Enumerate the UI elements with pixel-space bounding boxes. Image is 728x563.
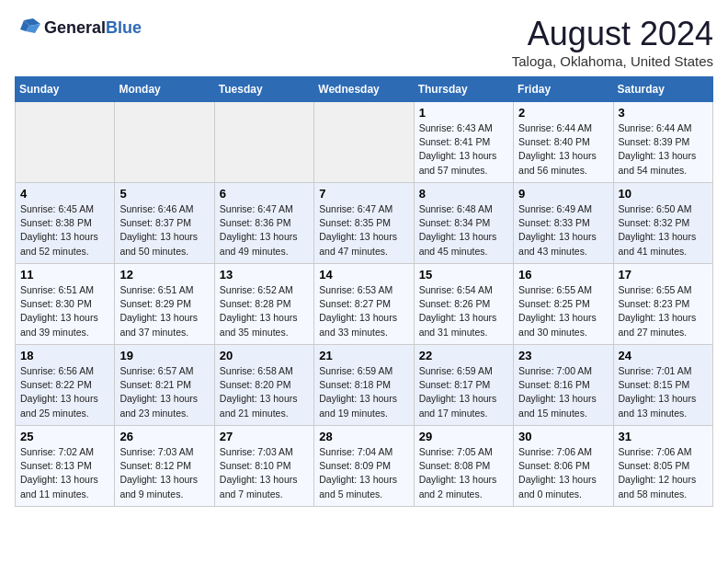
calendar-cell: 13Sunrise: 6:52 AMSunset: 8:28 PMDayligh… <box>214 264 313 345</box>
day-info: Sunrise: 7:02 AMSunset: 8:13 PMDaylight:… <box>20 445 109 501</box>
day-info: Sunrise: 6:43 AMSunset: 8:41 PMDaylight:… <box>419 121 508 178</box>
day-number: 13 <box>220 268 309 282</box>
weekday-header-tuesday: Tuesday <box>214 77 313 102</box>
calendar-cell: 6Sunrise: 6:47 AMSunset: 8:36 PMDaylight… <box>214 183 313 264</box>
day-info: Sunrise: 7:05 AMSunset: 8:08 PMDaylight:… <box>419 445 508 501</box>
day-info: Sunrise: 6:46 AMSunset: 8:37 PMDaylight:… <box>119 202 209 259</box>
week-row-0: 1Sunrise: 6:43 AMSunset: 8:41 PMDaylight… <box>16 102 713 183</box>
day-info: Sunrise: 6:55 AMSunset: 8:23 PMDaylight:… <box>619 283 708 339</box>
calendar-cell <box>314 102 414 183</box>
day-number: 22 <box>419 349 508 362</box>
calendar-cell: 22Sunrise: 6:59 AMSunset: 8:17 PMDayligh… <box>414 345 513 426</box>
calendar-cell: 5Sunrise: 6:46 AMSunset: 8:37 PMDaylight… <box>115 183 214 264</box>
calendar-cell: 21Sunrise: 6:59 AMSunset: 8:18 PMDayligh… <box>314 345 414 426</box>
day-number: 31 <box>619 430 708 443</box>
day-number: 11 <box>20 268 109 282</box>
calendar-cell: 4Sunrise: 6:45 AMSunset: 8:38 PMDaylight… <box>16 183 115 264</box>
day-number: 16 <box>518 268 608 282</box>
week-row-4: 25Sunrise: 7:02 AMSunset: 8:13 PMDayligh… <box>16 426 713 507</box>
day-number: 6 <box>220 187 309 201</box>
day-number: 1 <box>419 106 508 120</box>
day-number: 18 <box>20 349 109 362</box>
weekday-header-thursday: Thursday <box>414 77 513 102</box>
week-row-3: 18Sunrise: 6:56 AMSunset: 8:22 PMDayligh… <box>16 345 713 426</box>
calendar-cell: 29Sunrise: 7:05 AMSunset: 8:08 PMDayligh… <box>414 426 513 507</box>
day-info: Sunrise: 6:50 AMSunset: 8:32 PMDaylight:… <box>619 202 708 259</box>
calendar-cell: 31Sunrise: 7:06 AMSunset: 8:05 PMDayligh… <box>613 426 712 507</box>
calendar-cell: 8Sunrise: 6:48 AMSunset: 8:34 PMDaylight… <box>414 183 513 264</box>
page-header: GeneralBlue August 2024 Taloga, Oklahoma… <box>15 15 713 69</box>
day-number: 14 <box>319 268 408 282</box>
calendar-cell: 9Sunrise: 6:49 AMSunset: 8:33 PMDaylight… <box>514 183 613 264</box>
logo-icon <box>15 15 40 40</box>
day-info: Sunrise: 6:44 AMSunset: 8:39 PMDaylight:… <box>619 121 708 178</box>
day-info: Sunrise: 6:47 AMSunset: 8:35 PMDaylight:… <box>319 202 408 259</box>
day-info: Sunrise: 6:55 AMSunset: 8:25 PMDaylight:… <box>518 283 608 339</box>
day-info: Sunrise: 6:51 AMSunset: 8:29 PMDaylight:… <box>119 283 209 339</box>
day-number: 10 <box>619 187 708 201</box>
calendar-cell: 20Sunrise: 6:58 AMSunset: 8:20 PMDayligh… <box>214 345 313 426</box>
day-info: Sunrise: 7:00 AMSunset: 8:16 PMDaylight:… <box>518 364 608 420</box>
calendar-cell <box>115 102 214 183</box>
calendar-cell: 27Sunrise: 7:03 AMSunset: 8:10 PMDayligh… <box>214 426 313 507</box>
day-info: Sunrise: 6:51 AMSunset: 8:30 PMDaylight:… <box>20 283 109 339</box>
day-number: 12 <box>119 268 209 282</box>
day-number: 28 <box>319 430 408 443</box>
calendar-cell: 7Sunrise: 6:47 AMSunset: 8:35 PMDaylight… <box>314 183 414 264</box>
month-title: August 2024 <box>512 15 713 53</box>
weekday-header-row: SundayMondayTuesdayWednesdayThursdayFrid… <box>16 77 713 102</box>
calendar-cell: 18Sunrise: 6:56 AMSunset: 8:22 PMDayligh… <box>16 345 115 426</box>
calendar-cell: 30Sunrise: 7:06 AMSunset: 8:06 PMDayligh… <box>514 426 613 507</box>
day-info: Sunrise: 7:04 AMSunset: 8:09 PMDaylight:… <box>319 445 408 501</box>
day-number: 19 <box>119 349 209 362</box>
day-info: Sunrise: 7:01 AMSunset: 8:15 PMDaylight:… <box>619 364 708 420</box>
day-info: Sunrise: 6:59 AMSunset: 8:17 PMDaylight:… <box>419 364 508 420</box>
day-info: Sunrise: 6:59 AMSunset: 8:18 PMDaylight:… <box>319 364 408 420</box>
day-number: 26 <box>119 430 209 443</box>
calendar-cell: 23Sunrise: 7:00 AMSunset: 8:16 PMDayligh… <box>514 345 613 426</box>
calendar-cell: 3Sunrise: 6:44 AMSunset: 8:39 PMDaylight… <box>613 102 712 183</box>
day-number: 29 <box>419 430 508 443</box>
day-info: Sunrise: 6:56 AMSunset: 8:22 PMDaylight:… <box>20 364 109 420</box>
day-number: 24 <box>619 349 708 362</box>
week-row-2: 11Sunrise: 6:51 AMSunset: 8:30 PMDayligh… <box>16 264 713 345</box>
week-row-1: 4Sunrise: 6:45 AMSunset: 8:38 PMDaylight… <box>16 183 713 264</box>
weekday-header-monday: Monday <box>115 77 214 102</box>
day-info: Sunrise: 6:58 AMSunset: 8:20 PMDaylight:… <box>220 364 309 420</box>
calendar-cell: 14Sunrise: 6:53 AMSunset: 8:27 PMDayligh… <box>314 264 414 345</box>
day-number: 5 <box>119 187 209 201</box>
day-number: 15 <box>419 268 508 282</box>
day-number: 4 <box>20 187 109 201</box>
location-subtitle: Taloga, Oklahoma, United States <box>512 53 713 69</box>
calendar-cell: 26Sunrise: 7:03 AMSunset: 8:12 PMDayligh… <box>115 426 214 507</box>
calendar-cell: 11Sunrise: 6:51 AMSunset: 8:30 PMDayligh… <box>16 264 115 345</box>
day-number: 30 <box>518 430 608 443</box>
calendar-cell: 12Sunrise: 6:51 AMSunset: 8:29 PMDayligh… <box>115 264 214 345</box>
day-number: 21 <box>319 349 408 362</box>
day-info: Sunrise: 6:57 AMSunset: 8:21 PMDaylight:… <box>119 364 209 420</box>
calendar-table: SundayMondayTuesdayWednesdayThursdayFrid… <box>15 76 713 507</box>
day-number: 23 <box>518 349 608 362</box>
logo-text: GeneralBlue <box>44 18 142 38</box>
day-info: Sunrise: 7:06 AMSunset: 8:06 PMDaylight:… <box>518 445 608 501</box>
calendar-cell: 16Sunrise: 6:55 AMSunset: 8:25 PMDayligh… <box>514 264 613 345</box>
calendar-cell: 15Sunrise: 6:54 AMSunset: 8:26 PMDayligh… <box>414 264 513 345</box>
weekday-header-wednesday: Wednesday <box>314 77 414 102</box>
calendar-cell: 25Sunrise: 7:02 AMSunset: 8:13 PMDayligh… <box>16 426 115 507</box>
day-number: 7 <box>319 187 408 201</box>
day-info: Sunrise: 6:45 AMSunset: 8:38 PMDaylight:… <box>20 202 109 259</box>
day-number: 2 <box>518 106 608 120</box>
day-number: 3 <box>619 106 708 120</box>
day-number: 27 <box>220 430 309 443</box>
calendar-cell <box>214 102 313 183</box>
calendar-cell: 28Sunrise: 7:04 AMSunset: 8:09 PMDayligh… <box>314 426 414 507</box>
day-info: Sunrise: 6:47 AMSunset: 8:36 PMDaylight:… <box>220 202 309 259</box>
day-info: Sunrise: 6:53 AMSunset: 8:27 PMDaylight:… <box>319 283 408 339</box>
day-number: 8 <box>419 187 508 201</box>
day-info: Sunrise: 6:48 AMSunset: 8:34 PMDaylight:… <box>419 202 508 259</box>
day-info: Sunrise: 7:03 AMSunset: 8:12 PMDaylight:… <box>119 445 209 501</box>
day-number: 20 <box>220 349 309 362</box>
calendar-cell: 24Sunrise: 7:01 AMSunset: 8:15 PMDayligh… <box>613 345 712 426</box>
weekday-header-sunday: Sunday <box>16 77 115 102</box>
day-number: 17 <box>619 268 708 282</box>
